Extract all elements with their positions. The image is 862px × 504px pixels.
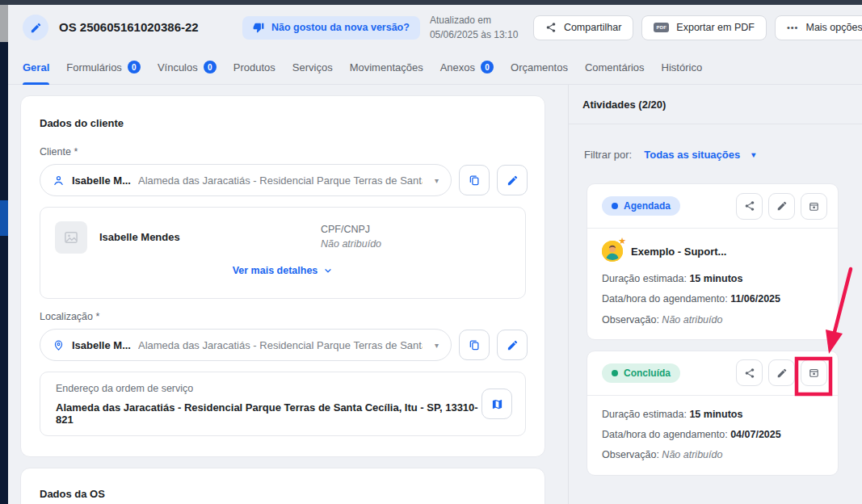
activity-duration: Duração estimada: 15 minutos bbox=[602, 408, 823, 421]
client-data-card: Dados do cliente Cliente * Isabelle M...… bbox=[20, 95, 545, 457]
share-button[interactable]: Compartilhar bbox=[533, 15, 634, 40]
page-title: OS 250605161020386-22 bbox=[59, 19, 237, 36]
pencil-icon bbox=[776, 368, 788, 379]
pdf-icon: PDF bbox=[654, 23, 669, 32]
schedule-activity-button[interactable] bbox=[801, 193, 827, 220]
calendar-icon bbox=[808, 200, 820, 212]
tab-bar: Geral Formulários0 Vínculos0 Produtos Se… bbox=[8, 50, 862, 85]
share-icon bbox=[545, 22, 557, 33]
more-details-link[interactable]: Ver mais detalhes bbox=[55, 265, 511, 276]
activity-card-agendada: Agendada bbox=[587, 183, 839, 340]
feedback-button[interactable]: Não gostou da nova versão? bbox=[242, 16, 420, 40]
filter-label: Filtrar por: bbox=[584, 149, 632, 161]
share-activity-button[interactable] bbox=[736, 193, 763, 220]
tab-vinculos[interactable]: Vínculos0 bbox=[158, 50, 217, 84]
ellipsis-icon: ••• bbox=[787, 23, 799, 32]
pencil-icon bbox=[776, 200, 788, 212]
client-name: Isabelle Mendes bbox=[99, 231, 321, 243]
tab-anexos[interactable]: Anexos0 bbox=[440, 50, 494, 84]
edit-activity-button[interactable] bbox=[768, 359, 795, 386]
caret-down-icon: ▾ bbox=[751, 150, 755, 159]
activity-card-concluida: Concluída bbox=[587, 351, 839, 476]
client-summary-box: Isabelle Mendes CPF/CNPJ Não atribuído V… bbox=[40, 207, 526, 299]
copy-localizacao-button[interactable] bbox=[459, 330, 490, 360]
chevron-down-icon bbox=[323, 266, 333, 275]
calendar-icon bbox=[808, 367, 820, 379]
count-badge: 0 bbox=[128, 61, 141, 74]
pencil-icon bbox=[507, 174, 519, 187]
activity-date: Data/hora do agendamento: 11/06/2025 bbox=[602, 292, 823, 305]
address-value: Alameda das Jaracatiás - Residencial Par… bbox=[56, 401, 481, 426]
tab-orcamentos[interactable]: Orçamentos bbox=[511, 50, 568, 84]
sidebar-rail-top-segment bbox=[0, 5, 8, 42]
caret-down-icon: ▾ bbox=[435, 176, 439, 185]
os-data-card: Dados da OS bbox=[20, 468, 545, 504]
service-address-box: Endereço da ordem de serviço Alameda das… bbox=[40, 372, 526, 436]
main-content: Dados do cliente Cliente * Isabelle M...… bbox=[8, 85, 862, 504]
cliente-field-label: Cliente * bbox=[40, 146, 526, 158]
caret-down-icon: ▾ bbox=[435, 341, 439, 350]
updated-at-text: Atualizado em 05/06/2025 às 13:10 bbox=[430, 13, 525, 42]
pencil-icon bbox=[30, 22, 42, 34]
client-card-title: Dados do cliente bbox=[40, 117, 526, 129]
activity-observation: Observação: Não atribuído bbox=[602, 448, 823, 461]
share-icon bbox=[744, 368, 755, 379]
image-icon bbox=[63, 229, 79, 246]
thumbs-down-icon bbox=[253, 22, 264, 33]
cpf-label: CPF/CNPJ bbox=[321, 224, 511, 235]
star-icon: ★ bbox=[618, 237, 626, 246]
activity-title: Exemplo - Suport... bbox=[631, 246, 726, 258]
location-pin-icon bbox=[53, 339, 65, 351]
share-icon bbox=[744, 200, 755, 212]
os-card-title: Dados da OS bbox=[40, 488, 526, 500]
tab-formularios[interactable]: Formulários0 bbox=[66, 50, 141, 84]
pencil-icon bbox=[507, 339, 519, 351]
situation-filter-dropdown[interactable]: Todas as situações ▾ bbox=[644, 149, 755, 161]
left-column: Dados do cliente Cliente * Isabelle M...… bbox=[8, 85, 568, 504]
count-badge: 0 bbox=[204, 61, 217, 74]
tab-servicos[interactable]: Serviços bbox=[292, 50, 333, 84]
activity-date: Data/hora do agendamento: 04/07/2025 bbox=[602, 428, 823, 441]
localizacao-field-label: Localização * bbox=[40, 311, 526, 322]
open-map-button[interactable] bbox=[481, 388, 512, 419]
edit-os-title-button[interactable] bbox=[23, 15, 48, 40]
localizacao-select[interactable]: Isabelle M... Alameda das Jaracatiás - R… bbox=[40, 329, 452, 361]
cliente-select[interactable]: Isabelle M... Alameda das Jaracatiás - R… bbox=[40, 164, 452, 196]
cpf-value: Não atribuído bbox=[321, 238, 511, 250]
export-pdf-button[interactable]: PDF Exportar em PDF bbox=[641, 15, 766, 40]
copy-icon bbox=[468, 338, 481, 351]
activity-duration: Duração estimada: 15 minutos bbox=[602, 272, 823, 285]
tab-movimentacoes[interactable]: Movimentações bbox=[350, 50, 423, 84]
copy-icon bbox=[468, 174, 481, 187]
tab-geral[interactable]: Geral bbox=[23, 50, 49, 84]
copy-cliente-button[interactable] bbox=[459, 165, 490, 195]
schedule-activity-button[interactable] bbox=[801, 359, 827, 386]
status-dot bbox=[612, 370, 618, 376]
browser-top-strip bbox=[0, 0, 862, 5]
tab-produtos[interactable]: Produtos bbox=[233, 50, 275, 84]
os-detail-page: OS 250605161020386-22 Não gostou da nova… bbox=[8, 5, 862, 504]
status-badge: Concluída bbox=[602, 363, 680, 383]
app-sidebar-rail bbox=[0, 5, 8, 504]
activities-title: Atividades (2/20) bbox=[582, 99, 862, 111]
share-activity-button[interactable] bbox=[736, 359, 763, 386]
activities-panel: Atividades (2/20) Filtrar por: Todas as … bbox=[569, 85, 862, 504]
edit-cliente-button[interactable] bbox=[497, 165, 528, 195]
edit-activity-button[interactable] bbox=[768, 193, 795, 220]
status-badge: Agendada bbox=[602, 196, 680, 216]
more-options-button[interactable]: ••• Mais opções bbox=[775, 15, 862, 40]
status-dot bbox=[612, 203, 618, 209]
edit-localizacao-button[interactable] bbox=[497, 330, 528, 360]
count-badge: 0 bbox=[481, 61, 494, 74]
tab-historico[interactable]: Histórico bbox=[662, 50, 703, 84]
client-photo-placeholder bbox=[55, 221, 87, 254]
person-icon bbox=[53, 174, 65, 187]
sidebar-rail-active-segment bbox=[0, 200, 8, 236]
activity-observation: Observação: Não atribuído bbox=[602, 313, 823, 326]
map-icon bbox=[491, 398, 503, 410]
address-label: Endereço da ordem de serviço bbox=[56, 383, 481, 394]
tab-comentarios[interactable]: Comentários bbox=[585, 50, 645, 84]
os-header: OS 250605161020386-22 Não gostou da nova… bbox=[8, 5, 862, 50]
activity-avatar: ★ bbox=[602, 241, 623, 262]
